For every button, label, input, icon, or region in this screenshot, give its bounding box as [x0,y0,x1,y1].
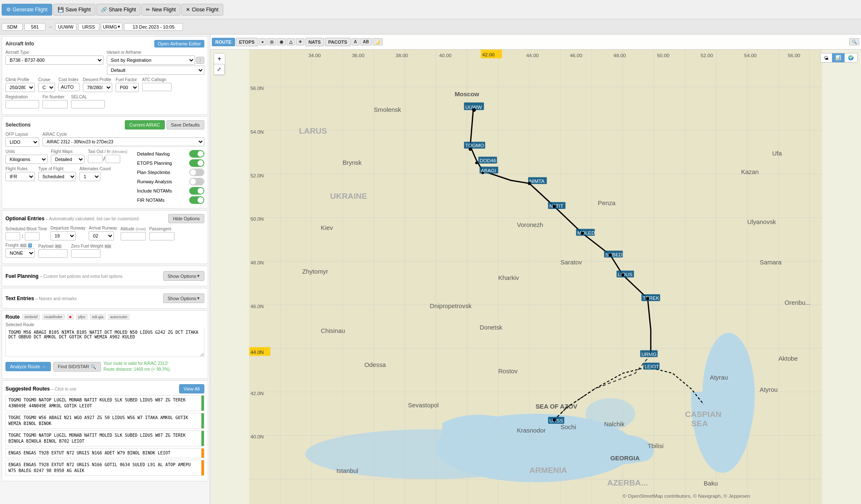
suggested-route-1[interactable]: TOGMO TOGMO NATOP LUGIL MONAB NATIT KULE… [5,395,204,411]
fir-notams-toggle[interactable] [189,196,204,204]
new-flight-button[interactable]: ✏ New Flight [141,4,180,16]
altitude-group: Altitude (Feet) AUTO [121,227,146,240]
arrival-runway-select[interactable]: 02 [89,231,114,240]
taxi-out-input[interactable]: 20 [88,155,103,163]
variant-sort-button[interactable]: ⋮ [196,57,204,64]
map-btn-10[interactable]: A [351,38,359,45]
suggested-route-2[interactable]: TOGRC TOGMO W56 ABAGI N21 WGO A927 ZG 50… [5,413,204,429]
pacots-btn[interactable]: PACOTS [325,38,351,46]
flight-rules-select[interactable]: IFR [5,172,35,181]
svg-text:36.00: 36.00 [352,53,364,58]
detailed-navlog-toggle[interactable] [189,150,204,158]
svg-text:Brynsk: Brynsk [343,159,362,166]
alternates-count-select[interactable]: 1 [79,172,100,181]
flight-maps-select[interactable]: Detailed [51,155,85,164]
svg-text:DOD46: DOD46 [480,158,497,164]
airac-cycle-select[interactable]: AIRAC 2312 - 30Nov23 to 27Dec23 [42,137,204,146]
save-flight-button[interactable]: 💾 Save Flight [53,4,95,16]
airframe-select[interactable]: Default [107,66,205,75]
payload-input[interactable]: AUTO [38,249,68,258]
ofp-layout-select[interactable]: LIDO [5,137,39,147]
svg-text:Penza: Penza [598,200,616,206]
descent-select[interactable]: 78/280/250 [83,83,112,92]
generate-flight-button[interactable]: ⚙ Generate Flight [2,4,52,16]
map-btn-7[interactable]: ✈ [296,38,304,45]
descent-group: Descent Profile 78/280/250 [83,77,112,92]
flight-date[interactable]: 13 Dec 2023 - 10:05 [124,23,183,31]
units-group: Units Kilograms [5,149,48,164]
block-mins-input[interactable]: 25 [25,232,40,240]
svg-text:Krasnodor: Krasnodor [517,427,546,434]
map-expand-button[interactable]: ⤢ [214,64,224,75]
svg-point-5 [703,333,755,457]
zfw-input[interactable]: AUTO [71,249,100,258]
via-dropdown[interactable]: URMG ▾ [101,23,123,31]
fin-number-input[interactable]: 806 [42,100,68,108]
right-toggles: Detailed Navlog ETOPS Planning [137,149,204,205]
etops-toggle[interactable] [189,159,204,167]
map-btn-6[interactable]: △ [287,38,295,45]
departure-alt[interactable]: 581 [24,23,45,31]
include-notams-toggle[interactable] [189,187,204,195]
cruise-group: Cruise CI [38,77,55,92]
variant-select[interactable]: Sort by Registration [107,55,195,65]
current-airac-button[interactable]: Current AIRAC [125,120,165,129]
hide-options-button[interactable]: Hide Options [168,214,204,223]
share-flight-button[interactable]: 🔗 Share Flight [96,4,141,16]
open-airframe-editor-button[interactable]: Open Airframe Editor [154,40,204,47]
arrival-alt[interactable]: URSS [78,23,99,31]
registration-input[interactable]: N8065B [5,100,39,108]
altitude-input[interactable]: AUTO [121,232,146,240]
plan-stepclimbs-toggle[interactable] [189,169,204,176]
cruise-select[interactable]: CI [38,83,55,92]
aircraft-type-select[interactable]: B738 - B737-800 [5,55,103,65]
save-defaults-button[interactable]: Save Defaults [166,120,204,129]
svg-text:© OpenStreetMap contributors, : © OpenStreetMap contributors, © Navigrap… [623,493,750,499]
etops-map-btn[interactable]: ETOPS [236,38,258,46]
svg-text:Rostov: Rostov [498,368,518,375]
layer-chart-btn[interactable]: 📊 [832,53,845,62]
map-btn-5[interactable]: ◉ [277,38,286,45]
close-flight-button[interactable]: ✕ Close Flight [181,4,223,16]
arrival-airport[interactable]: UUWW [55,23,77,31]
departure-runway-select[interactable]: 19 [50,231,76,240]
runway-analysis-toggle[interactable] [189,178,204,185]
route-map-btn[interactable]: ROUTE [212,38,235,46]
zoom-in-button[interactable]: + [214,53,225,64]
fin-number-group: Fin Number 806 [42,95,68,108]
map-btn-11[interactable]: AB [360,38,371,45]
fuel-show-options-button[interactable]: Show Options ▾ [163,271,204,281]
map-btn-3[interactable]: ● [259,38,267,45]
suggested-route-3[interactable]: TOGRC TOGMO NATOP LUGIL MONAB NATIT MOLE… [5,430,204,446]
find-sid-star-button[interactable]: Find SID/STAR 🔍 [53,362,101,372]
map-toolbar: ROUTE ETOPS ● ◎ ◉ △ ✈ NATS PACOTS A AB 🌙… [210,34,861,50]
route-textarea[interactable]: TOGMO M56 ABAGI B105 NIMTA B105 NATIT DC… [5,327,204,357]
text-show-options-button[interactable]: Show Options ▾ [163,293,204,303]
view-all-button[interactable]: View All [179,384,204,393]
analyze-route-button[interactable]: Analyze Route → [5,362,51,371]
suggested-route-4[interactable]: ENGAS ENGAS T928 EXTUT N72 URGIS N166 AD… [5,448,204,458]
departure-airport[interactable]: SDM [2,23,23,31]
climb-select[interactable]: 250/280/78 [5,83,35,92]
taxi-in-input[interactable]: 8 [106,155,120,163]
passengers-input[interactable]: AUTO [149,232,174,240]
text-entries-section: Text Entries – Names and remarks Show Op… [2,288,208,309]
fuel-factor-select[interactable]: P00 [116,83,139,92]
units-select[interactable]: Kilograms [5,155,48,164]
map-search-btn[interactable]: 🔍 [849,38,859,45]
block-hours-input[interactable]: 2 [5,232,20,240]
selcal-input[interactable]: ABCD [71,100,105,108]
layer-terrain-btn[interactable]: 🌍 [845,53,857,62]
suggested-route-2-bar [201,413,204,428]
atc-callsign-input[interactable]: SDM581 [142,83,172,91]
map-btn-4[interactable]: ◎ [267,38,276,45]
freight-select[interactable]: NONE [5,248,35,258]
aircraft-info-section: Aircraft Info Open Airframe Editor Aircr… [2,36,208,115]
suggested-route-5[interactable]: ENGAS ENGAS T928 EXTUT N72 URGIS N166 GO… [5,460,204,476]
type-of-flight-select[interactable]: Scheduled [38,172,76,181]
svg-text:GEORGIA: GEORGIA [610,455,640,462]
layer-satellite-btn[interactable]: 🌤 [821,53,832,62]
map-btn-12[interactable]: 🌙 [372,38,383,45]
cost-index-input[interactable] [58,83,79,91]
nats-btn[interactable]: NATS [305,38,324,46]
